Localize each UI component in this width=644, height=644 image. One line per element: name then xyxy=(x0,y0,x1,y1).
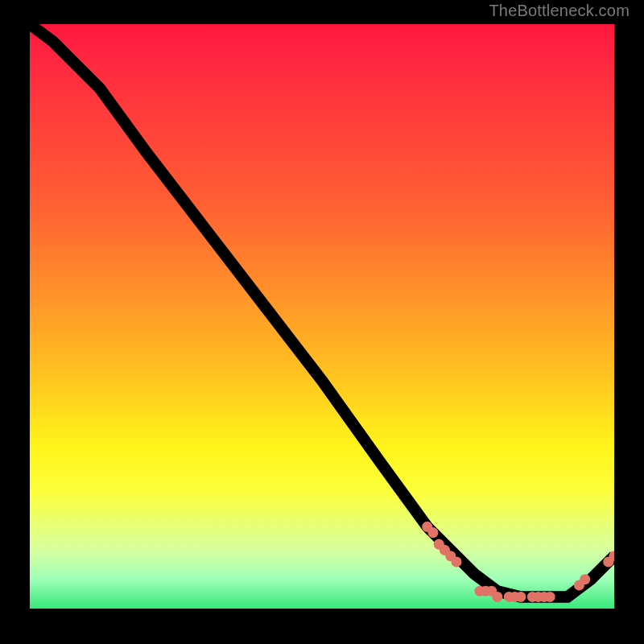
chart-svg xyxy=(30,24,614,609)
chart-marker xyxy=(545,592,555,602)
chart-marker xyxy=(427,527,438,538)
chart-area xyxy=(30,24,614,609)
chart-marker xyxy=(492,592,502,602)
chart-marker xyxy=(515,592,526,602)
chart-line xyxy=(30,24,614,597)
attribution-text: TheBottleneck.com xyxy=(489,2,630,20)
chart-marker xyxy=(580,574,590,584)
chart-marker xyxy=(451,556,461,567)
